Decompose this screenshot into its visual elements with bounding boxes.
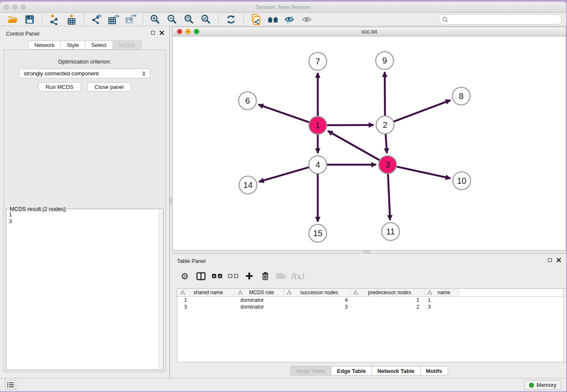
- tab-network-table[interactable]: Network Table: [372, 366, 421, 375]
- graph-edge-2-8[interactable]: [394, 100, 451, 122]
- select-all-icon[interactable]: [211, 271, 223, 282]
- close-panel-icon[interactable]: [556, 258, 561, 262]
- graph-edge-1-2[interactable]: [327, 125, 374, 125]
- graph-edge-2-9[interactable]: [385, 72, 385, 116]
- split-columns-icon[interactable]: [195, 271, 206, 282]
- task-history-button[interactable]: [5, 380, 16, 389]
- tab-edge-table[interactable]: Edge Table: [331, 366, 372, 375]
- graph-edge-4-14[interactable]: [259, 167, 309, 182]
- table-cell[interactable]: 1: [350, 297, 424, 304]
- toolbar-separator: [218, 14, 219, 25]
- delete-table-icon[interactable]: [275, 271, 287, 282]
- graph-edge-3-10[interactable]: [396, 167, 450, 179]
- graph-edge-3-1[interactable]: [328, 131, 380, 160]
- hide-selected-icon[interactable]: [284, 14, 296, 25]
- titlebar: Session: New Session: [0, 2, 566, 13]
- table-cell[interactable]: 1: [177, 297, 235, 304]
- open-session-icon[interactable]: [6, 14, 19, 25]
- table-cell[interactable]: 1: [424, 297, 459, 304]
- criterion-value: strongly connected component: [24, 70, 99, 77]
- table-cell[interactable]: 3: [177, 304, 235, 310]
- graph-node-label: 6: [245, 96, 250, 105]
- table-cell[interactable]: 3: [284, 304, 350, 310]
- graph-node-label: 8: [459, 91, 463, 101]
- table-header-row: shared nameMCDS rolesuccessor nodesprede…: [177, 289, 566, 297]
- tab-motifs[interactable]: Motifs: [421, 366, 448, 375]
- horizontal-splitter-handle[interactable]: [363, 251, 370, 253]
- result-scrollbar[interactable]: [159, 210, 162, 369]
- tab-style[interactable]: Style: [61, 41, 85, 50]
- tab-network[interactable]: Network: [28, 41, 61, 50]
- function-builder-icon[interactable]: f(x): [292, 271, 303, 282]
- mcds-result-item[interactable]: 1: [9, 211, 158, 218]
- export-image-icon[interactable]: [124, 14, 137, 25]
- network-graph[interactable]: 7968124314101511: [173, 37, 566, 250]
- column-type-icon: [180, 290, 185, 295]
- header-filler: [459, 289, 566, 296]
- import-network-icon[interactable]: [48, 14, 61, 25]
- table-row[interactable]: 3dominator323: [177, 304, 566, 310]
- search-field[interactable]: [438, 14, 562, 25]
- graph-node-label: 10: [457, 176, 466, 185]
- close-panel-icon[interactable]: [160, 30, 164, 35]
- column-header-name[interactable]: name: [424, 289, 459, 296]
- network-canvas[interactable]: 7968124314101511: [173, 37, 566, 250]
- column-header-shared-name[interactable]: shared name: [177, 289, 235, 296]
- memory-button[interactable]: Memory: [524, 380, 561, 390]
- export-network-icon[interactable]: [90, 14, 103, 25]
- save-session-icon[interactable]: [23, 14, 36, 25]
- table-cell[interactable]: 4: [284, 297, 350, 304]
- tab-mcds[interactable]: MCDS: [113, 41, 141, 50]
- float-panel-icon[interactable]: [151, 31, 155, 35]
- import-table-icon[interactable]: [65, 14, 78, 25]
- graph-node-label: 15: [313, 229, 322, 238]
- zoom-fit-icon[interactable]: [183, 14, 195, 25]
- table-cell[interactable]: dominator: [235, 304, 284, 310]
- mcds-result-item[interactable]: 3: [9, 218, 158, 225]
- new-network-from-selection-icon[interactable]: [250, 14, 262, 25]
- table-panel: Table Panel ⚙: [172, 253, 566, 378]
- network-window: scc.txt 7968124314101511: [172, 27, 566, 251]
- export-table-icon[interactable]: [107, 14, 120, 25]
- search-input[interactable]: [450, 17, 558, 23]
- graph-node-label: 4: [315, 160, 320, 169]
- table-body: 1dominator4113dominator323: [177, 297, 566, 310]
- deselect-all-icon[interactable]: [227, 271, 239, 282]
- apply-layout-icon[interactable]: [225, 14, 237, 25]
- toolbar-separator: [143, 14, 143, 25]
- tab-node-table[interactable]: Node Table: [290, 366, 331, 375]
- table-tabs: Node TableEdge TableNetwork TableMotifs: [172, 366, 566, 375]
- zoom-selected-icon[interactable]: [200, 14, 212, 25]
- column-header-successor-nodes[interactable]: successor nodes: [284, 289, 350, 296]
- first-neighbors-icon[interactable]: [267, 14, 279, 25]
- table-cell[interactable]: 2: [350, 304, 424, 310]
- table-cell[interactable]: dominator: [235, 297, 284, 304]
- table-row[interactable]: 1dominator411: [177, 297, 566, 304]
- close-panel-button[interactable]: Close panel: [87, 82, 132, 91]
- vertical-splitter-handle[interactable]: [170, 197, 172, 204]
- table-scrollbar[interactable]: [563, 289, 566, 362]
- graph-edge-2-3[interactable]: [385, 134, 387, 153]
- mcds-result-list[interactable]: 13: [9, 210, 158, 369]
- window-title: Session: New Session: [0, 4, 566, 10]
- delete-icon[interactable]: [259, 271, 271, 282]
- graph-node-label: 7: [315, 57, 320, 66]
- zoom-out-icon[interactable]: [166, 14, 179, 25]
- column-header-predecessor-nodes[interactable]: predecessor nodes: [350, 289, 424, 296]
- status-bar: Memory: [0, 378, 566, 391]
- graph-node-label: 2: [383, 120, 387, 130]
- memory-label: Memory: [537, 382, 556, 388]
- toolbar-separator: [42, 14, 42, 25]
- tab-select[interactable]: Select: [85, 41, 113, 50]
- graph-edge-1-6[interactable]: [258, 105, 309, 122]
- table-cell[interactable]: 3: [424, 304, 459, 310]
- criterion-select[interactable]: strongly connected component: [19, 69, 150, 78]
- add-column-icon[interactable]: [243, 271, 255, 282]
- gear-icon[interactable]: ⚙: [179, 271, 190, 282]
- graph-edge-3-11[interactable]: [388, 174, 390, 220]
- column-header-MCDS-role[interactable]: MCDS role: [235, 289, 284, 296]
- run-mcds-button[interactable]: Run MCDS: [38, 82, 81, 91]
- zoom-in-icon[interactable]: [149, 14, 162, 25]
- float-panel-icon[interactable]: [548, 258, 552, 262]
- show-all-icon[interactable]: [300, 14, 313, 25]
